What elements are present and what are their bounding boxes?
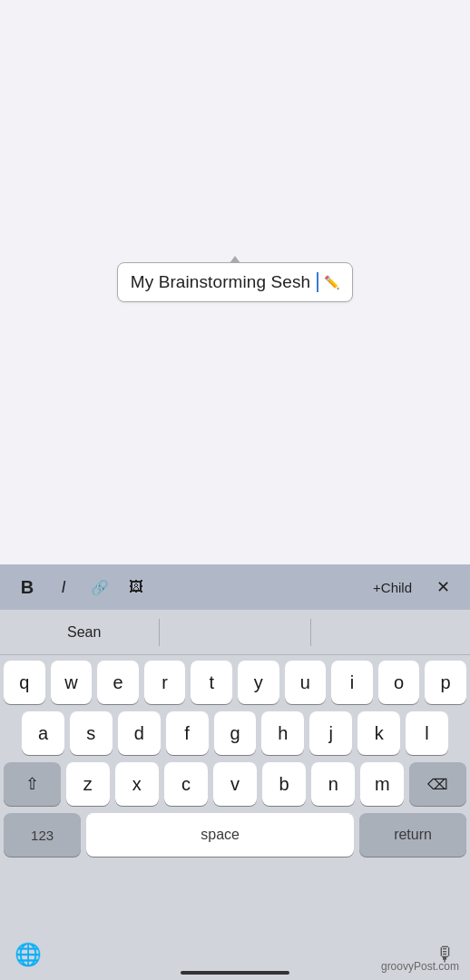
edit-icon: ✏️ xyxy=(324,275,339,289)
key-row-2: a s d f g h j k l xyxy=(4,711,466,755)
key-row-3: ⇧ z x c v b n m ⌫ xyxy=(4,762,466,806)
keys-area: q w e r t y u i o p a s d f g h j k l ⇧ … xyxy=(0,655,470,866)
key-t[interactable]: t xyxy=(191,661,232,704)
return-key[interactable]: return xyxy=(359,813,466,857)
prediction-bar: Sean xyxy=(0,610,470,655)
home-indicator xyxy=(181,971,289,975)
key-s[interactable]: s xyxy=(70,711,113,755)
key-row-4: 123 space return xyxy=(4,813,466,857)
italic-button[interactable]: I xyxy=(47,571,80,603)
close-keyboard-button[interactable]: ✕ xyxy=(426,571,459,603)
prediction-item-1[interactable]: Sean xyxy=(11,617,157,648)
link-button[interactable]: 🔗 xyxy=(83,571,116,603)
key-u[interactable]: u xyxy=(285,661,327,704)
key-z[interactable]: z xyxy=(66,762,110,806)
prediction-divider-1 xyxy=(159,619,160,646)
globe-icon[interactable]: 🌐 xyxy=(15,942,42,967)
key-y[interactable]: y xyxy=(238,661,279,704)
key-g[interactable]: g xyxy=(214,711,257,755)
key-a[interactable]: a xyxy=(22,711,64,755)
canvas-area: My Brainstorming Sesh ✏️ xyxy=(0,0,470,564)
keyboard: Sean q w e r t y u i o p a s d f g h j xyxy=(0,610,470,980)
prediction-item-3[interactable] xyxy=(313,625,459,640)
key-p[interactable]: p xyxy=(425,661,466,704)
close-icon: ✕ xyxy=(436,577,450,597)
prediction-divider-2 xyxy=(310,619,311,646)
key-x[interactable]: x xyxy=(115,762,159,806)
key-i[interactable]: i xyxy=(331,661,373,704)
key-b[interactable]: b xyxy=(262,762,306,806)
key-w[interactable]: w xyxy=(51,661,93,704)
text-cursor xyxy=(317,272,318,292)
key-m[interactable]: m xyxy=(360,762,404,806)
image-icon: 🖼 xyxy=(129,579,143,595)
key-l[interactable]: l xyxy=(406,711,448,755)
key-d[interactable]: d xyxy=(118,711,161,755)
key-e[interactable]: e xyxy=(97,661,139,704)
shift-key[interactable]: ⇧ xyxy=(4,762,61,806)
key-v[interactable]: v xyxy=(213,762,257,806)
prediction-item-2[interactable] xyxy=(162,625,308,640)
key-row-1: q w e r t y u i o p xyxy=(4,661,466,704)
key-f[interactable]: f xyxy=(166,711,209,755)
node-bubble[interactable]: My Brainstorming Sesh ✏️ xyxy=(117,262,354,302)
formatting-toolbar: B I 🔗 🖼 +Child ✕ xyxy=(0,564,470,610)
add-child-button[interactable]: +Child xyxy=(362,574,423,601)
image-button[interactable]: 🖼 xyxy=(120,571,152,603)
node-text: My Brainstorming Sesh xyxy=(131,272,311,292)
key-q[interactable]: q xyxy=(4,661,45,704)
link-icon: 🔗 xyxy=(91,579,109,596)
key-o[interactable]: o xyxy=(378,661,420,704)
key-j[interactable]: j xyxy=(309,711,352,755)
space-key[interactable]: space xyxy=(86,813,354,857)
key-h[interactable]: h xyxy=(261,711,304,755)
delete-key[interactable]: ⌫ xyxy=(409,762,466,806)
key-r[interactable]: r xyxy=(144,661,186,704)
bold-button[interactable]: B xyxy=(11,571,44,603)
numbers-key[interactable]: 123 xyxy=(4,813,81,857)
key-k[interactable]: k xyxy=(357,711,400,755)
key-n[interactable]: n xyxy=(311,762,355,806)
watermark: groovyPost.com xyxy=(381,960,459,973)
key-c[interactable]: c xyxy=(164,762,208,806)
